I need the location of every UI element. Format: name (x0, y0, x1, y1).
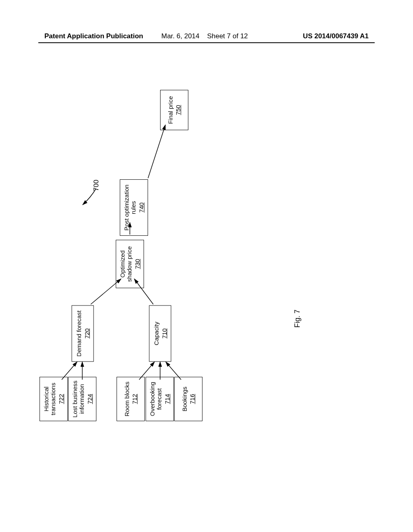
flow-ref-label: 700 (92, 180, 100, 191)
box-ref: 714 (164, 394, 171, 404)
box-ref: 722 (58, 394, 65, 404)
box-label: Bookings (181, 387, 188, 411)
arrows (0, 0, 413, 532)
box-optimized-shadow-price: Optimized shadow price 730 (116, 240, 144, 288)
flow-diagram: 700 Fig. 7 Historical transactions 722 L… (0, 0, 413, 532)
box-ref: 716 (189, 394, 196, 404)
box-label: Post optimization rules (123, 180, 137, 235)
box-ref: 724 (86, 394, 93, 404)
box-label: Lost business information (71, 377, 86, 421)
box-historical-transactions: Historical transactions 722 (40, 377, 68, 421)
box-ref: 712 (131, 394, 138, 404)
box-label: Overbooking forecast (149, 377, 163, 421)
svg-line-8 (148, 125, 165, 178)
box-label: Capacity (153, 322, 160, 345)
box-label: Demand forecast (75, 310, 82, 356)
box-room-blocks: Room blocks 712 (117, 377, 145, 421)
box-ref: 720 (83, 328, 90, 339)
box-label: Historical transactions (43, 377, 57, 421)
box-final-price: Final price 750 (160, 90, 188, 130)
box-label: Optimized shadow price (119, 240, 133, 288)
box-ref: 740 (138, 202, 145, 212)
box-overbooking: Overbooking forecast 714 (146, 377, 174, 421)
box-ref: 710 (161, 328, 167, 339)
box-label: Room blocks (123, 382, 130, 417)
box-demand-forecast: Demand forecast 720 (72, 305, 94, 362)
box-ref: 730 (134, 259, 141, 269)
box-lost-business: Lost business information 724 (68, 377, 96, 421)
box-post-optimization: Post optimization rules 740 (120, 179, 148, 236)
box-bookings: Bookings 716 (174, 377, 202, 421)
figure-label: Fig. 7 (293, 310, 302, 328)
box-label: Final price (167, 96, 174, 124)
box-capacity: Capacity 710 (149, 305, 171, 362)
box-ref: 750 (175, 105, 181, 115)
